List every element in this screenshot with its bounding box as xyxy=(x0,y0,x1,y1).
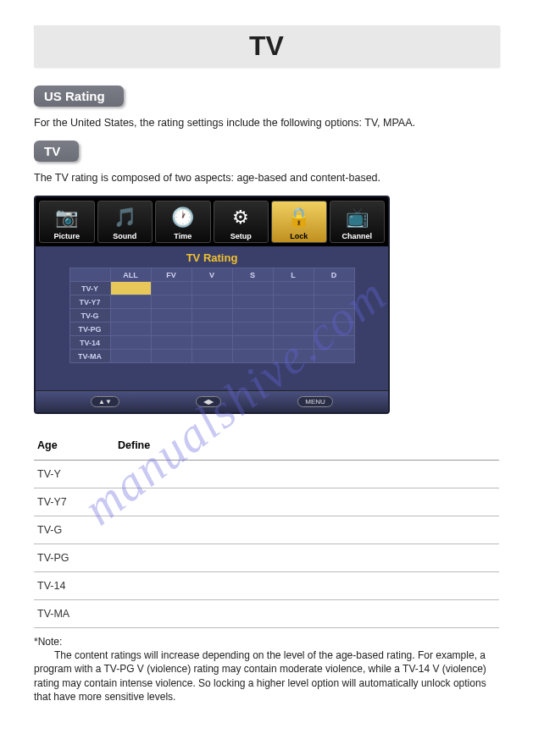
osd-row-header: TV-Y7 xyxy=(69,295,110,309)
note-label: *Note: xyxy=(34,636,62,648)
menu-button-icon: MENU xyxy=(297,396,333,407)
osd-col-header: ALL xyxy=(110,268,151,282)
note-block: *Note: The content ratings will increase… xyxy=(34,635,499,704)
table-row: TV-14 xyxy=(34,572,499,600)
table-row: TV-MA xyxy=(34,600,499,628)
gear-icon: ⚙ xyxy=(214,203,269,232)
osd-tab-label: Sound xyxy=(98,232,153,240)
osd-col-header: L xyxy=(273,268,314,282)
lock-icon: 🔒 xyxy=(272,203,326,232)
osd-col-header: S xyxy=(232,268,273,282)
osd-tab-label: Channel xyxy=(330,232,385,240)
tv-icon: 📺 xyxy=(330,203,385,232)
osd-screen-title: TV Rating xyxy=(36,246,388,268)
table-row: TV-Y xyxy=(34,461,499,488)
osd-row-header: TV-Y xyxy=(69,282,110,295)
osd-screenshot: 📷 Picture 🎵 Sound 🕐 Time ⚙ Setup 🔒 Lock … xyxy=(34,196,390,414)
osd-tab-setup: ⚙ Setup xyxy=(214,201,269,243)
age-define-table: Age Define TV-Y TV-Y7 TV-G TV-PG TV-14 T… xyxy=(34,434,499,628)
clock-icon: 🕐 xyxy=(156,203,210,232)
osd-col-header: FV xyxy=(151,268,192,282)
osd-tab-lock: 🔒 Lock xyxy=(271,201,327,243)
osd-col-header xyxy=(69,268,110,282)
osd-tab-label: Time xyxy=(156,232,210,240)
camera-icon: 📷 xyxy=(40,203,94,232)
osd-tab-label: Picture xyxy=(40,232,94,240)
section-heading-tv: TV xyxy=(34,141,79,162)
music-icon: 🎵 xyxy=(98,203,153,232)
osd-tab-label: Lock xyxy=(272,232,326,240)
osd-row-header: TV-PG xyxy=(69,323,110,336)
osd-tab-channel: 📺 Channel xyxy=(330,201,386,243)
osd-tab-picture: 📷 Picture xyxy=(39,201,95,243)
osd-col-header: V xyxy=(192,268,232,282)
tv-intro: The TV rating is composed of two aspects… xyxy=(34,172,499,184)
us-rating-intro: For the United States, the rating settin… xyxy=(34,117,499,129)
table-row: TV-PG xyxy=(34,544,499,572)
osd-row-header: TV-G xyxy=(69,309,110,323)
osd-cell-selected xyxy=(110,282,151,295)
up-down-icon: ▲▼ xyxy=(91,396,119,407)
note-body: The content ratings will increase depend… xyxy=(34,648,499,704)
section-heading-us-rating: US Rating xyxy=(34,86,124,107)
age-table-header: Define xyxy=(114,434,499,461)
osd-row-header: TV-MA xyxy=(69,350,110,363)
osd-tab-label: Setup xyxy=(214,232,269,240)
osd-row-header: TV-14 xyxy=(69,336,110,350)
page-header: TV xyxy=(34,25,499,67)
left-right-icon: ◀▶ xyxy=(196,396,221,407)
osd-footer: ▲▼ ◀▶ MENU xyxy=(36,390,388,412)
osd-rating-grid: ALL FV V S L D TV-Y TV-Y7 TV-G TV-PG TV-… xyxy=(69,268,355,363)
osd-tab-bar: 📷 Picture 🎵 Sound 🕐 Time ⚙ Setup 🔒 Lock … xyxy=(36,197,388,246)
osd-tab-sound: 🎵 Sound xyxy=(97,201,153,243)
osd-tab-time: 🕐 Time xyxy=(155,201,211,243)
table-row: TV-G xyxy=(34,516,499,544)
table-row: TV-Y7 xyxy=(34,488,499,516)
age-table-header: Age xyxy=(34,434,114,461)
osd-col-header: D xyxy=(314,268,354,282)
